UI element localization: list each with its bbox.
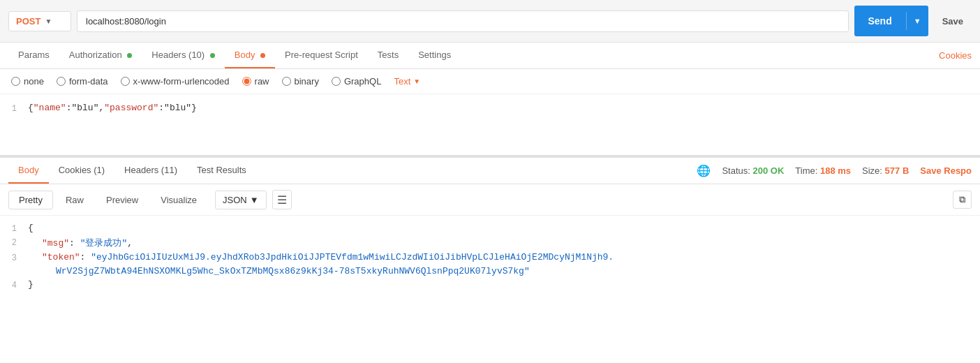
resp-tab-test-results[interactable]: Test Results — [187, 158, 256, 184]
format-preview-button[interactable]: Preview — [96, 191, 148, 209]
globe-icon: 🌐 — [697, 164, 711, 177]
response-tabs-bar: Body Cookies (1) Headers (11) Test Resul… — [0, 157, 980, 184]
save-response-button[interactable]: Save Respo — [920, 165, 972, 176]
format-visualize-button[interactable]: Visualize — [151, 191, 207, 209]
url-bar: POST ▼ Send ▼ Save — [0, 0, 980, 43]
method-chevron-icon: ▼ — [45, 17, 52, 25]
response-body-editor: 1 { 2 "msg": "登录成功", 3 "token": "eyJhbGc… — [0, 216, 980, 334]
headers-dot — [210, 53, 215, 58]
cookies-link[interactable]: Cookies — [939, 50, 972, 61]
tab-settings[interactable]: Settings — [408, 43, 461, 68]
copy-response-button[interactable]: ⧉ — [953, 191, 972, 209]
resp-line-3b: WrV2SjgZ7WbtA94EhNSXOMKLg5Whc_SkOxTZMbMQ… — [0, 265, 980, 278]
authorization-dot — [127, 53, 132, 58]
body-type-none[interactable]: none — [11, 76, 44, 87]
format-raw-button[interactable]: Raw — [56, 191, 94, 209]
body-type-raw[interactable]: raw — [242, 76, 269, 87]
method-select[interactable]: POST ▼ — [8, 11, 71, 31]
resp-line-2: 2 "msg": "登录成功", — [0, 235, 980, 251]
text-dropdown-icon: ▼ — [413, 77, 420, 85]
resp-tab-headers[interactable]: Headers (11) — [114, 158, 187, 184]
tab-body[interactable]: Body — [225, 43, 275, 68]
body-type-urlencoded[interactable]: x-www-form-urlencoded — [121, 76, 230, 87]
url-input[interactable] — [77, 10, 849, 32]
body-dot — [260, 53, 265, 58]
format-pretty-button[interactable]: Pretty — [8, 191, 53, 209]
resp-line-1: 1 { — [0, 221, 980, 235]
send-button[interactable]: Send ▼ — [854, 6, 928, 36]
body-type-graphql[interactable]: GraphQL — [332, 76, 381, 87]
save-button[interactable]: Save — [934, 11, 972, 31]
response-format-bar: Pretty Raw Preview Visualize JSON ▼ ☰ ⧉ — [0, 184, 980, 216]
tab-pre-request[interactable]: Pre-request Script — [275, 43, 368, 68]
resp-line-3: 3 "token": "eyJhbGciOiJIUzUxMiJ9.eyJhdXR… — [0, 251, 980, 265]
req-line-1: 1 {"name":"blu","password":"blu"} — [0, 100, 980, 117]
body-type-row: none form-data x-www-form-urlencoded raw… — [0, 69, 980, 94]
text-format-dropdown[interactable]: Text ▼ — [394, 76, 420, 87]
tab-headers[interactable]: Headers (10) — [142, 43, 225, 68]
tab-tests[interactable]: Tests — [368, 43, 408, 68]
resp-line-4: 4 } — [0, 278, 980, 292]
wrap-lines-button[interactable]: ☰ — [272, 190, 292, 209]
send-label: Send — [854, 10, 906, 31]
method-label: POST — [16, 16, 40, 27]
resp-tab-cookies[interactable]: Cookies (1) — [49, 158, 114, 184]
response-section: Body Cookies (1) Headers (11) Test Resul… — [0, 157, 980, 334]
body-type-form-data[interactable]: form-data — [57, 76, 108, 87]
response-meta: 🌐 Status: 200 OK Time: 188 ms Size: 577 … — [697, 164, 972, 177]
request-body-editor[interactable]: 1 {"name":"blu","password":"blu"} — [0, 94, 980, 157]
format-dropdown-icon: ▼ — [250, 195, 259, 205]
tab-params[interactable]: Params — [8, 43, 59, 68]
resp-tab-body[interactable]: Body — [8, 158, 49, 184]
tab-authorization[interactable]: Authorization — [59, 43, 142, 68]
format-type-dropdown[interactable]: JSON ▼ — [215, 191, 267, 209]
send-dropdown-icon[interactable]: ▼ — [906, 12, 928, 30]
request-tabs: Params Authorization Headers (10) Body P… — [0, 43, 980, 69]
body-type-binary[interactable]: binary — [282, 76, 319, 87]
